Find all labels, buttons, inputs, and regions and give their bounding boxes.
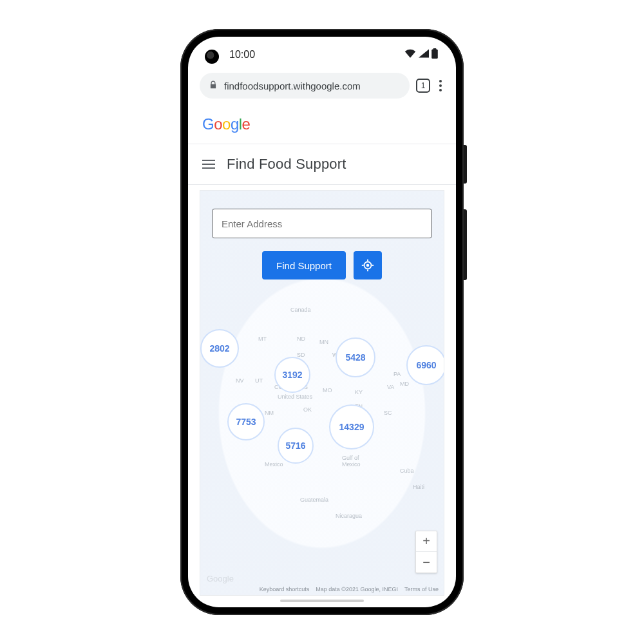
map-region-label: Canada [290,307,311,313]
google-logo-row: Google [188,106,456,144]
map-cluster[interactable]: 6960 [406,345,444,385]
map-region-label: SC [384,410,392,416]
power-button [464,145,467,184]
browser-toolbar: findfoodsupport.withgoogle.com 1 [188,68,456,106]
map-region-label: NM [265,410,274,416]
map-region-label: UT [255,377,263,384]
map-region-label: MD [400,381,409,387]
page-title: Find Food Support [227,156,346,173]
map-region-label: MT [258,336,267,342]
wifi-icon [404,49,416,61]
map-region-label: Mexico [342,461,361,468]
map-cluster[interactable]: 14329 [329,404,374,450]
status-bar: 10:00 [188,37,456,68]
action-button-row: Find Support [200,251,444,279]
map-cluster[interactable]: 5716 [278,428,314,464]
svg-rect-0 [431,50,438,59]
google-logo: Google [202,115,250,133]
map-cluster[interactable]: 5428 [336,337,375,377]
phone-screen: 10:00 findfoodsupport.withgoogle.com [188,37,456,607]
lock-icon [209,80,218,91]
battery-icon [431,48,438,61]
map-cluster[interactable]: 7753 [227,403,265,440]
map-region-label: Mexico [265,461,283,468]
hamburger-menu-icon[interactable] [202,160,215,169]
title-row: Find Food Support [188,144,456,184]
overflow-menu-icon[interactable] [437,80,444,91]
zoom-control: + − [415,531,437,573]
map-region-label: ND [297,336,305,342]
cellular-icon [419,49,429,61]
map-region-label: OK [303,406,312,413]
url-bar[interactable]: findfoodsupport.withgoogle.com [200,73,410,99]
map-region-label: VA [387,384,394,390]
zoom-in-button[interactable]: + [416,531,437,552]
map-region-label: Cuba [400,468,414,474]
map-region-label: Nicaragua [336,513,362,519]
map-region-label: NV [236,377,244,384]
front-camera [205,50,219,64]
map-region-label: Haiti [413,484,424,490]
map-region-label: United States [278,393,312,400]
terms-link[interactable]: Terms of Use [404,586,439,592]
map-cluster[interactable]: 2802 [200,329,239,368]
map-footer: Keyboard shortcuts Map data ©2021 Google… [205,586,439,592]
map-region-label: MO [323,387,332,393]
phone-frame: 10:00 findfoodsupport.withgoogle.com [180,29,464,615]
map-google-logo: Google [207,574,234,583]
divider [188,184,456,185]
tab-switcher[interactable]: 1 [416,79,430,93]
tab-count-value: 1 [421,81,426,90]
zoom-out-button[interactable]: − [416,552,437,573]
svg-point-3 [367,265,369,267]
address-input-wrapper [212,209,432,238]
map-region-label: PA [393,371,401,377]
map-region-label: Guatemala [300,497,328,503]
crosshair-icon [361,258,375,272]
map-region-label: Gulf of [342,455,359,461]
home-indicator [280,600,364,602]
map-region-label: MN [319,339,328,345]
volume-button [464,209,467,280]
map-container[interactable]: CanadaMTNDSDMNWINENVUTCOKSMOUnited State… [200,190,444,596]
map-region-label: KY [355,389,363,395]
status-time: 10:00 [229,49,255,61]
svg-rect-1 [433,48,437,50]
url-text: findfoodsupport.withgoogle.com [224,80,361,91]
map-attribution: Map data ©2021 Google, INEGI [316,586,398,592]
locate-me-button[interactable] [354,251,382,279]
map-cluster[interactable]: 3192 [274,357,310,393]
address-input[interactable] [222,218,422,229]
keyboard-shortcuts-link[interactable]: Keyboard shortcuts [260,586,310,592]
find-support-button[interactable]: Find Support [262,251,346,279]
